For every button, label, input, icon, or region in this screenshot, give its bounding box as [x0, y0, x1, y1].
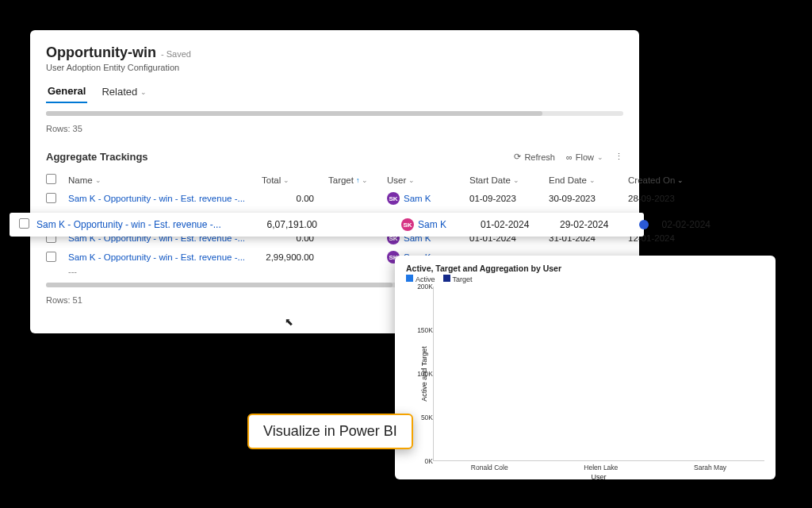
cell-created: 28-09-2023	[628, 194, 699, 203]
x-axis-labels: Ronald ColeHelen LakeSarah May	[433, 464, 764, 471]
row-checkbox[interactable]	[19, 218, 29, 229]
refresh-button[interactable]: ⟳ Refresh	[514, 152, 555, 162]
col-created-on[interactable]: Created On⌄	[628, 175, 699, 185]
row-checkbox[interactable]	[46, 252, 56, 262]
chevron-down-icon: ⌄	[140, 88, 147, 96]
avatar: SK	[401, 218, 414, 231]
selection-handle-icon[interactable]	[639, 220, 649, 229]
grid-header: Name⌄ Total⌄ Target↑⌄ User⌄ Start Date⌄ …	[46, 171, 623, 189]
subgrid-toolbar: ⟳ Refresh ∞ Flow ⌄ ⋮	[514, 152, 623, 162]
plot-area	[433, 287, 764, 461]
cell-end: 30-09-2023	[549, 194, 625, 203]
user-lookup[interactable]: SKSam K	[401, 218, 481, 231]
row-checkbox[interactable]	[46, 193, 56, 203]
cell-total: 6,07,191.00	[251, 219, 338, 230]
entity-subtitle: User Adoption Entity Configuration	[46, 63, 623, 72]
col-user[interactable]: User⌄	[387, 175, 466, 185]
cell-end: 29-02-2024	[560, 219, 639, 230]
name-link[interactable]: Sam K - Opportunity - win - Est. revenue…	[68, 252, 259, 262]
highlighted-row[interactable]: Sam K - Opportunity - win - Est. revenue…	[10, 213, 644, 237]
refresh-label: Refresh	[524, 152, 555, 162]
cell-created: 02-02-2024	[639, 219, 718, 230]
chart-title: Active, Target and Aggregation by User	[406, 264, 764, 273]
cell-total: 2,99,900.00	[262, 252, 325, 262]
cell-total: 0.00	[262, 194, 325, 203]
cell-start: 01-09-2023	[469, 194, 546, 203]
name-link[interactable]: Sam K - Opportunity - win - Est. revenue…	[68, 194, 259, 203]
flow-icon: ∞	[566, 152, 573, 162]
tab-related-label: Related	[102, 86, 137, 98]
chart-legend: Active Target	[406, 275, 764, 283]
callout-visualize-powerbi: Visualize in Power BI	[247, 414, 413, 449]
col-start-date[interactable]: Start Date⌄	[469, 175, 546, 185]
col-end-date[interactable]: End Date⌄	[549, 175, 625, 185]
flow-label: Flow	[576, 152, 594, 162]
x-tick-label: Ronald Cole	[471, 464, 508, 471]
user-lookup[interactable]: SKSam K	[387, 192, 466, 205]
tab-general[interactable]: General	[46, 82, 87, 103]
select-all-checkbox[interactable]	[46, 174, 56, 184]
page-title: Opportunity-win	[46, 44, 156, 61]
cell-start: 01-02-2024	[481, 219, 560, 230]
x-axis-title: User	[433, 473, 764, 481]
more-button[interactable]: ⋮	[615, 152, 623, 162]
chart-plot: Active and Target 200K 150K 100K 50K 0K	[406, 287, 764, 461]
grid-row[interactable]: Sam K - Opportunity - win - Est. revenue…	[46, 189, 623, 208]
col-total[interactable]: Total⌄	[262, 175, 325, 185]
refresh-icon: ⟳	[514, 152, 521, 162]
powerbi-chart-panel: Active, Target and Aggregation by User A…	[395, 256, 776, 479]
tab-related[interactable]: Related ⌄	[100, 82, 148, 103]
col-target[interactable]: Target↑⌄	[328, 175, 384, 185]
flow-button[interactable]: ∞ Flow ⌄	[566, 152, 603, 162]
name-link[interactable]: Sam K - Opportunity - win - Est. revenue…	[36, 219, 251, 230]
horizontal-scrollbar[interactable]	[46, 111, 623, 116]
x-tick-label: Helen Lake	[584, 464, 618, 471]
avatar: SK	[387, 192, 400, 205]
save-status: - Saved	[161, 49, 191, 59]
col-name[interactable]: Name⌄	[68, 175, 259, 185]
x-tick-label: Sarah May	[694, 464, 726, 471]
legend-item-target[interactable]: Target	[443, 275, 473, 283]
row-count-top: Rows: 35	[46, 124, 623, 133]
chevron-down-icon: ⌄	[597, 153, 603, 161]
subgrid-title: Aggregate Trackings	[46, 151, 148, 163]
form-tabs: General Related ⌄	[46, 82, 623, 103]
